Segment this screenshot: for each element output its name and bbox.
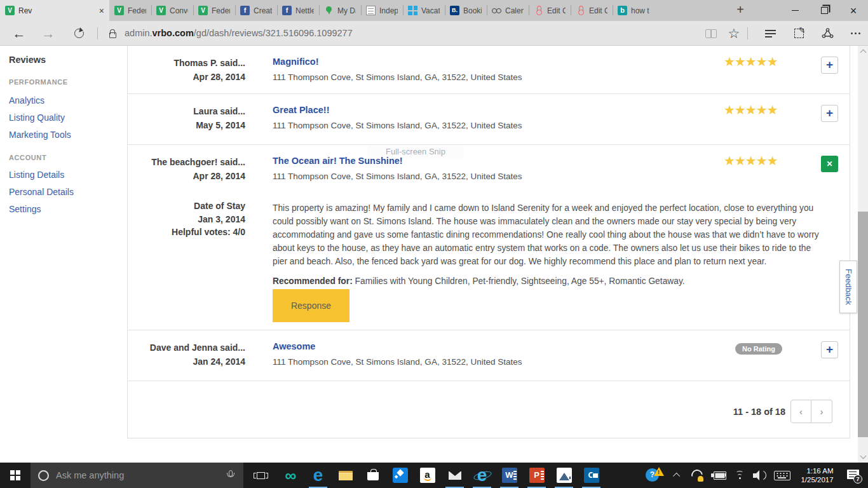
hub-button[interactable]: [757, 21, 783, 46]
new-tab-button[interactable]: +: [729, 0, 751, 21]
close-window-button[interactable]: [839, 0, 868, 21]
start-button[interactable]: [0, 463, 31, 488]
review-title-link[interactable]: Awesome: [273, 341, 522, 351]
tab-label: Edit Ca: [547, 6, 566, 15]
favorites-button[interactable]: ☆: [723, 21, 745, 46]
explorer-taskbar-icon[interactable]: [332, 463, 359, 488]
forward-button[interactable]: →: [34, 21, 62, 46]
amazon-taskbar-icon[interactable]: [414, 463, 441, 488]
pagination-prev-button[interactable]: ‹: [790, 400, 811, 423]
outlook-taskbar-icon[interactable]: [578, 463, 605, 488]
scroll-down-icon[interactable]: [860, 453, 866, 459]
word-icon: [501, 466, 519, 484]
collapse-review-button[interactable]: ✕: [821, 156, 838, 172]
browser-tab[interactable]: Calend: [487, 0, 529, 21]
browser-tab[interactable]: Conver: [151, 0, 193, 21]
screen: Rev×FederaConverFederaCreateNettlesMy Da…: [0, 0, 868, 488]
browser-tab[interactable]: Bookin: [445, 0, 487, 21]
mail-taskbar-icon[interactable]: [441, 463, 468, 488]
system-tray: 1:16 AM 1/25/2017 7: [642, 463, 868, 488]
response-button[interactable]: Response: [273, 289, 349, 322]
share-button[interactable]: [815, 21, 840, 46]
infinity-taskbar-icon[interactable]: [277, 463, 304, 488]
sidebar-item-settings[interactable]: Settings: [9, 204, 41, 214]
review-title-link[interactable]: Great Place!!: [273, 105, 522, 115]
tab-label: Rev: [18, 6, 97, 15]
volume-tray-icon[interactable]: [750, 463, 770, 488]
expand-review-button[interactable]: +: [821, 341, 838, 358]
favorites-star-icon: ☆: [728, 26, 740, 41]
back-button[interactable]: ←: [5, 21, 33, 46]
task-view-button[interactable]: [249, 463, 272, 488]
sync-notification-tray-icon[interactable]: [686, 463, 708, 488]
browser-tab[interactable]: Edit Ca: [529, 0, 571, 21]
sidebar-section-performance: PERFORMANCE: [9, 78, 68, 86]
booking-favicon-icon: [450, 6, 459, 15]
dropbox-taskbar-icon[interactable]: [386, 463, 414, 488]
restore-button[interactable]: [810, 0, 839, 21]
photos-taskbar-icon[interactable]: [550, 463, 578, 488]
minimize-button[interactable]: [780, 0, 810, 21]
url-field[interactable]: admin.vrbo.com/gd/dash/reviews/321.51609…: [125, 21, 353, 46]
tab-label: Indepe: [379, 6, 398, 15]
sidebar-item-listing-details[interactable]: Listing Details: [9, 170, 64, 180]
browser-tab[interactable]: My Da:: [319, 0, 361, 21]
reviewer-name: Dave and Jenna said...: [139, 341, 245, 355]
sidebar-section-account: ACCOUNT: [9, 154, 46, 161]
expand-review-button[interactable]: +: [821, 105, 838, 122]
browser-tab[interactable]: Vacatic: [403, 0, 445, 21]
scroll-up-icon[interactable]: [860, 50, 866, 56]
edge-taskbar-icon[interactable]: [304, 463, 332, 488]
page-scrollbar[interactable]: [858, 46, 868, 463]
support-alert-tray-icon[interactable]: [642, 463, 668, 488]
tab-label: how to: [631, 6, 649, 15]
clock-tray-item[interactable]: 1:16 AM 1/25/2017: [794, 463, 840, 488]
browser-tab[interactable]: how to: [613, 0, 654, 21]
pagination-next-button[interactable]: ›: [811, 400, 832, 423]
show-hidden-icons-button[interactable]: [668, 463, 686, 488]
sidebar-item-marketing-tools[interactable]: Marketing Tools: [9, 130, 71, 140]
battery-tray-icon[interactable]: [708, 463, 729, 488]
scrollbar-thumb[interactable]: [858, 212, 868, 437]
feedback-tab[interactable]: Feedback: [839, 261, 857, 313]
browser-tab[interactable]: Federa: [193, 0, 235, 21]
action-center-button[interactable]: 7: [840, 463, 868, 488]
sidebar-item-analytics[interactable]: Analytics: [9, 95, 44, 105]
facebook-favicon-icon: [282, 6, 292, 15]
web-note-button[interactable]: [786, 21, 811, 46]
sidebar-item-personal-details[interactable]: Personal Details: [9, 187, 74, 197]
sidebar-item-listing-quality[interactable]: Listing Quality: [9, 112, 65, 123]
url-path: /gd/dash/reviews/321.516096.1099277: [194, 28, 353, 38]
cortana-search-box[interactable]: Ask me anything: [31, 463, 243, 488]
reading-view-button[interactable]: [699, 21, 723, 46]
airbnb-favicon-icon: [534, 6, 543, 15]
reviewer-name: The beachgoer! said...: [139, 156, 245, 170]
wifi-tray-icon[interactable]: [729, 463, 750, 488]
browser-tab[interactable]: Edit Ca: [571, 0, 613, 21]
date-of-stay-value: Jan 3, 2014: [139, 213, 245, 226]
outlook-icon: [583, 466, 600, 484]
refresh-button[interactable]: [65, 21, 93, 46]
review-title-link[interactable]: Magnifico!: [273, 57, 522, 67]
expand-review-button[interactable]: +: [821, 57, 838, 74]
ie-taskbar-icon[interactable]: [468, 463, 496, 488]
touch-keyboard-tray-icon[interactable]: [770, 463, 794, 488]
powerpoint-taskbar-icon[interactable]: [523, 463, 550, 488]
browser-tab[interactable]: Indepe: [361, 0, 403, 21]
browser-tab[interactable]: Create: [235, 0, 277, 21]
tab-close-icon[interactable]: ×: [99, 6, 104, 15]
review-meta: Date of Stay Jan 3, 2014 Helpful votes: …: [139, 200, 245, 239]
review-date: Jan 24, 2014: [139, 355, 245, 369]
lock-icon: [109, 32, 116, 38]
store-taskbar-icon[interactable]: [359, 463, 386, 488]
more-menu-button[interactable]: [843, 21, 868, 46]
microphone-icon[interactable]: [226, 470, 234, 480]
word-taskbar-icon[interactable]: [496, 463, 523, 488]
tray-date: 1/25/2017: [801, 475, 833, 484]
browser-tab[interactable]: Rev×: [0, 0, 109, 21]
browser-tab[interactable]: Federa: [109, 0, 151, 21]
back-icon: ←: [13, 27, 26, 40]
review-title-link[interactable]: The Ocean air! The Sunshine!: [273, 156, 522, 166]
reviewer-name: Thomas P. said...: [139, 57, 245, 71]
browser-tab[interactable]: Nettles: [277, 0, 319, 21]
